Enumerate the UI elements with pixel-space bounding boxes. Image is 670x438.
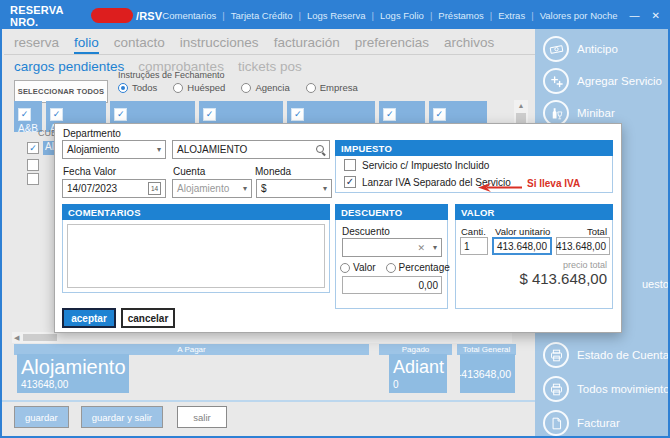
sidebar-item-facturar[interactable]: Facturar	[543, 410, 666, 436]
tab-facturacion[interactable]: facturación	[274, 35, 340, 54]
sidebar-item-label: Todos movimientos	[577, 383, 670, 395]
menu-item-comentarios[interactable]: Comentarios	[162, 10, 216, 21]
window-title: RESERVA NRO. /RSV	[10, 4, 162, 28]
horizontal-scrollbar[interactable]: ◀	[12, 332, 512, 343]
moneda-select-value: $	[261, 183, 267, 194]
tab-bar: reservafoliocontactoinstruccionesfactura…	[14, 35, 494, 54]
menu-item-valores-por-noche[interactable]: Valores por Noche	[525, 10, 617, 21]
department-select[interactable]: Alojamiento ▾	[62, 140, 166, 159]
scroll-left-icon[interactable]: ◀	[14, 334, 19, 342]
servicio-checkbox-unchecked[interactable]	[344, 159, 356, 171]
checkbox-checked-icon[interactable]: ✓	[18, 108, 31, 121]
radio-option-agencia[interactable]: Agencia	[241, 82, 289, 93]
fecha-valor-input[interactable]: 14/07/2023 14	[62, 179, 166, 198]
search-icon[interactable]	[316, 145, 325, 154]
menu-item-prestamos[interactable]: Préstamos	[424, 10, 484, 21]
precio-total-label: precio total	[563, 260, 607, 270]
unit-input[interactable]: 413.648,00	[492, 237, 552, 255]
calendar-icon[interactable]: 14	[148, 182, 161, 195]
checkbox-checked-icon[interactable]: ✓	[50, 108, 63, 121]
accept-button[interactable]: aceptar	[62, 308, 116, 328]
checkbox-checked-icon[interactable]: ✓	[114, 108, 127, 121]
total-input[interactable]: 413.648,00	[556, 237, 610, 255]
servicio-checkbox-label: Servicio c/ Impuesto Incluido	[362, 160, 489, 171]
subtab-tickets-pos[interactable]: tickets pos	[238, 59, 302, 74]
printer-icon	[543, 376, 569, 402]
horizontal-scroll-thumb[interactable]	[23, 334, 57, 341]
menu-item-logs-reserva[interactable]: Logs Reserva	[292, 10, 365, 21]
tab-divider	[4, 54, 535, 55]
subtab-cargos-pendientes[interactable]: cargos pendientes	[14, 59, 124, 74]
radio-option-huesped[interactable]: Huésped	[173, 82, 225, 93]
total-general-tile[interactable]: -413648,00	[460, 354, 515, 393]
sidebar-item-label: Estado de Cuenta	[577, 349, 669, 361]
row-checkbox-checked[interactable]: ✓	[27, 142, 39, 154]
sidebar-item-agregar-servicio[interactable]: Agregar Servicio	[543, 68, 666, 94]
valor-radio-icon[interactable]	[340, 263, 350, 273]
tile-name: Adiant	[393, 355, 443, 379]
moneda-label: Moneda	[255, 166, 291, 177]
moneda-select[interactable]: $ ▾	[256, 179, 332, 198]
valor-header: VALOR	[455, 204, 613, 220]
department-search-input[interactable]: ALOJAMIENTO	[172, 140, 330, 159]
add-service-icon	[543, 68, 569, 94]
tile-value: 0	[393, 379, 443, 390]
department-search-value: ALOJAMIENTO	[177, 144, 247, 155]
close-button[interactable]: ✕	[652, 10, 660, 21]
footer-button-salir[interactable]: salir	[177, 406, 227, 428]
comentarios-header: COMENTARIOS	[62, 204, 330, 220]
checkbox-checked-icon[interactable]: ✓	[383, 108, 396, 121]
tile-name: Alojamiento	[21, 355, 125, 379]
canti-input[interactable]: 1	[460, 237, 488, 255]
row-checkbox-empty[interactable]	[27, 159, 39, 171]
canti-label: Canti.	[461, 226, 486, 237]
tab-folio[interactable]: folio	[74, 35, 99, 54]
reservation-window: RESERVA NRO. /RSV ComentariosTarjeta Cré…	[0, 0, 670, 438]
checkbox-checked-icon[interactable]: ✓	[291, 108, 304, 121]
tab-contacto[interactable]: contacto	[114, 35, 165, 54]
tab-preferencias[interactable]: preferencias	[355, 35, 429, 54]
add-charge-dialog: Departmento Alojamiento ▾ ALOJAMIENTO Fe…	[54, 123, 622, 333]
radio-icon	[173, 83, 183, 93]
precio-total-value: $ 413.648,00	[519, 270, 607, 287]
clear-icon[interactable]: ✕	[417, 243, 425, 253]
sidebar-item-label: Anticipo	[577, 43, 618, 55]
valor-radio-label: Valor	[353, 262, 376, 273]
descuento-value-input[interactable]: 0,00	[342, 276, 442, 294]
minimize-button[interactable]: —	[630, 10, 640, 21]
select-all-button[interactable]: SELECCIONAR TODOS	[14, 80, 108, 103]
row-checkbox-empty[interactable]	[27, 173, 39, 185]
cancel-button[interactable]: cancelar	[121, 308, 175, 328]
cuenta-select-value: Alojamiento	[177, 183, 229, 194]
money-icon	[543, 36, 569, 62]
footer-button-guardar[interactable]: guardar	[14, 406, 69, 428]
pagado-tile[interactable]: Adiant 0	[389, 354, 447, 393]
sidebar-item-anticipo[interactable]: Anticipo	[543, 36, 666, 62]
radio-option-todos[interactable]: Todos	[118, 82, 157, 93]
tab-archivos[interactable]: archivos	[444, 35, 494, 54]
scroll-up-icon[interactable]: ▲	[514, 100, 528, 112]
sidebar-item-todos-movimientos[interactable]: Todos movimientos	[543, 376, 666, 402]
department-select-value: Alojamiento	[67, 144, 119, 155]
closing-instructions-label: Instruções de Fechamento	[118, 70, 225, 80]
checkbox-checked-icon[interactable]: ✓	[433, 108, 446, 121]
a-pagar-tile[interactable]: Alojamiento 413648,00	[17, 354, 129, 393]
menu-item-extras[interactable]: Extras	[484, 10, 525, 21]
menu-item-tarjeta-credito[interactable]: Tarjeta Crédito	[216, 10, 292, 21]
sidebar-item-estado-de-cuenta[interactable]: Estado de Cuenta	[543, 342, 666, 368]
radio-label: Empresa	[320, 82, 358, 93]
total-label: Total	[587, 226, 607, 237]
checkbox-checked-icon[interactable]: ✓	[203, 108, 216, 121]
radio-option-empresa[interactable]: Empresa	[306, 82, 358, 93]
percentage-radio-icon[interactable]	[386, 263, 396, 273]
sidebar-item-label: Facturar	[577, 417, 620, 429]
comentarios-textarea[interactable]	[67, 224, 325, 288]
menu-item-logs-folio[interactable]: Logs Folio	[366, 10, 424, 21]
iva-checkbox-checked[interactable]: ✓	[344, 176, 356, 188]
footer-button-guardar-y-salir[interactable]: guardar y salir	[81, 406, 163, 428]
tab-reserva[interactable]: reserva	[14, 35, 59, 54]
sidebar-item-fragment[interactable]: uesto	[642, 278, 669, 290]
cuenta-select[interactable]: Alojamiento ▾	[172, 179, 252, 198]
tab-instrucciones[interactable]: instrucciones	[180, 35, 259, 54]
descuento-select[interactable]: ✕ ▾	[342, 238, 442, 257]
